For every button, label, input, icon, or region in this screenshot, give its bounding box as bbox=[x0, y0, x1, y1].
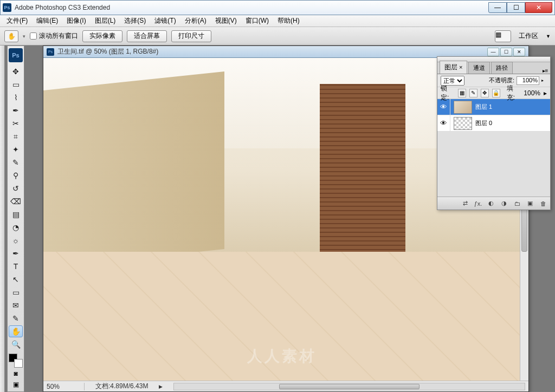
slice-tool[interactable]: ⌗ bbox=[9, 130, 23, 142]
document-info[interactable]: 文档:4.89M/6.43M bbox=[95, 382, 148, 391]
dodge-tool[interactable]: ☼ bbox=[9, 234, 23, 246]
notes-tool[interactable]: ✉ bbox=[9, 299, 23, 311]
hand-tool[interactable]: ✋ bbox=[9, 325, 23, 337]
tab-paths[interactable]: 路径 bbox=[491, 62, 513, 74]
layer-list: 👁 图层 1 👁 图层 0 bbox=[437, 99, 550, 197]
window-controls: — ☐ ✕ bbox=[488, 2, 552, 13]
menu-edit[interactable]: 编辑(E) bbox=[32, 15, 62, 27]
go-to-bridge-button[interactable]: ▦ bbox=[495, 30, 511, 42]
layers-panel: 图层 × 通道 路径 ▸≡ 正常 不透明度: 100% ▸ 锁定: ▦ ✎ ✥ … bbox=[437, 56, 551, 210]
menu-window[interactable]: 窗口(W) bbox=[241, 15, 273, 27]
move-tool[interactable]: ✥ bbox=[9, 66, 23, 77]
layer-group-icon[interactable]: 🗀 bbox=[512, 199, 522, 208]
quick-mask-toggle[interactable]: ◙ bbox=[9, 369, 23, 378]
workspace-label[interactable]: 工作区 bbox=[515, 31, 541, 41]
type-tool[interactable]: T bbox=[9, 260, 23, 272]
layer-thumbnail[interactable] bbox=[454, 117, 472, 130]
fit-screen-button[interactable]: 适合屏幕 bbox=[127, 30, 167, 42]
panel-menu-icon[interactable]: ▸≡ bbox=[540, 68, 550, 74]
visibility-toggle-icon[interactable]: 👁 bbox=[437, 99, 450, 115]
layer-item[interactable]: 👁 图层 1 bbox=[437, 99, 550, 115]
shape-tool[interactable]: ▭ bbox=[9, 286, 23, 298]
window-titlebar: Ps Adobe Photoshop CS3 Extended — ☐ ✕ bbox=[0, 0, 555, 15]
doc-maximize-button[interactable]: ☐ bbox=[500, 48, 512, 56]
lock-transparency-icon[interactable]: ▦ bbox=[458, 89, 466, 97]
blur-tool[interactable]: ◔ bbox=[9, 221, 23, 233]
pen-tool[interactable]: ✒ bbox=[9, 247, 23, 259]
window-title: Adobe Photoshop CS3 Extended bbox=[15, 4, 488, 11]
maximize-button[interactable]: ☐ bbox=[507, 2, 525, 13]
menu-select[interactable]: 选择(S) bbox=[120, 15, 150, 27]
document-title: 卫生间.tif @ 50% (图层 1, RGB/8#) bbox=[57, 47, 487, 56]
actual-pixels-button[interactable]: 实际像素 bbox=[82, 30, 122, 42]
toolbox-dock-strip[interactable] bbox=[0, 45, 5, 392]
layer-mask-icon[interactable]: ◐ bbox=[486, 199, 496, 208]
layer-name[interactable]: 图层 1 bbox=[475, 103, 492, 111]
print-size-button[interactable]: 打印尺寸 bbox=[171, 30, 211, 42]
zoom-tool[interactable]: 🔍 bbox=[9, 338, 23, 350]
menu-layer[interactable]: 图层(L) bbox=[91, 15, 120, 27]
scroll-all-windows-input[interactable] bbox=[30, 32, 37, 40]
marquee-tool[interactable]: ▭ bbox=[9, 79, 23, 90]
screen-mode-toggle[interactable]: ▣ bbox=[9, 380, 23, 389]
layers-panel-footer: ⇄ ƒx. ◐ ◑ 🗀 ▣ 🗑 bbox=[437, 197, 550, 210]
brush-tool[interactable]: ✎ bbox=[9, 156, 23, 168]
tab-channels[interactable]: 通道 bbox=[468, 62, 490, 74]
ps-logo-icon[interactable]: Ps bbox=[9, 48, 23, 62]
document-icon: Ps bbox=[47, 48, 54, 56]
zoom-level[interactable]: 50% bbox=[47, 383, 85, 390]
doc-close-button[interactable]: ✕ bbox=[513, 48, 525, 56]
menu-analysis[interactable]: 分析(A) bbox=[180, 15, 211, 27]
menu-view[interactable]: 视图(V) bbox=[211, 15, 241, 27]
lasso-tool[interactable]: ⌇ bbox=[9, 92, 23, 103]
menu-bar: 文件(F) 编辑(E) 图像(I) 图层(L) 选择(S) 滤镜(T) 分析(A… bbox=[0, 15, 555, 27]
crop-tool[interactable]: ✂ bbox=[9, 117, 23, 129]
healing-brush-tool[interactable]: ✦ bbox=[9, 143, 23, 155]
scroll-all-windows-checkbox[interactable]: 滚动所有窗口 bbox=[30, 31, 78, 41]
menu-help[interactable]: 帮助(H) bbox=[273, 15, 304, 27]
horizontal-scrollbar[interactable] bbox=[173, 383, 525, 390]
panel-tabs: 图层 × 通道 路径 ▸≡ bbox=[437, 62, 550, 74]
menu-file[interactable]: 文件(F) bbox=[2, 15, 32, 27]
hand-tool-icon[interactable]: ✋ bbox=[4, 30, 18, 42]
eraser-tool[interactable]: ⌫ bbox=[9, 195, 23, 207]
tab-layers[interactable]: 图层 × bbox=[440, 61, 467, 74]
lock-row: 锁定: ▦ ✎ ✥ 🔒 填充: 100% ▸ bbox=[437, 87, 550, 99]
link-layers-icon[interactable]: ⇄ bbox=[460, 199, 470, 208]
menu-filter[interactable]: 滤镜(T) bbox=[150, 15, 180, 27]
minimize-button[interactable]: — bbox=[488, 2, 507, 13]
eyedropper-tool[interactable]: ✎ bbox=[9, 312, 23, 324]
gradient-tool[interactable]: ▤ bbox=[9, 208, 23, 220]
opacity-spinner-icon[interactable]: ▸ bbox=[541, 78, 547, 83]
stamp-tool[interactable]: ⚲ bbox=[9, 169, 23, 181]
scroll-all-windows-label: 滚动所有窗口 bbox=[39, 31, 78, 41]
layer-thumbnail[interactable] bbox=[454, 101, 472, 114]
delete-layer-icon[interactable]: 🗑 bbox=[538, 199, 548, 208]
visibility-toggle-icon[interactable]: 👁 bbox=[437, 115, 450, 131]
background-color[interactable] bbox=[14, 359, 23, 368]
layer-name[interactable]: 图层 0 bbox=[475, 119, 492, 127]
color-swatches[interactable] bbox=[9, 354, 23, 368]
layer-item[interactable]: 👁 图层 0 bbox=[437, 115, 550, 132]
layer-style-icon[interactable]: ƒx. bbox=[473, 199, 483, 208]
horizontal-scroll-thumb[interactable] bbox=[279, 384, 420, 389]
new-layer-icon[interactable]: ▣ bbox=[525, 199, 535, 208]
doc-minimize-button[interactable]: — bbox=[487, 48, 499, 56]
menu-image[interactable]: 图像(I) bbox=[62, 15, 90, 27]
lock-position-icon[interactable]: ✥ bbox=[481, 89, 489, 97]
fill-label: 填充: bbox=[507, 84, 521, 102]
layer-list-empty-area[interactable] bbox=[437, 132, 550, 197]
history-brush-tool[interactable]: ↺ bbox=[9, 182, 23, 194]
lock-pixels-icon[interactable]: ✎ bbox=[469, 89, 477, 97]
path-select-tool[interactable]: ↖ bbox=[9, 273, 23, 285]
options-bar: ✋ ▾ 滚动所有窗口 实际像素 适合屏幕 打印尺寸 ▦ 工作区 ▼ bbox=[0, 27, 555, 45]
lock-all-icon[interactable]: 🔒 bbox=[492, 89, 500, 97]
app-icon: Ps bbox=[3, 3, 11, 12]
fill-input[interactable]: 100% bbox=[524, 89, 540, 97]
adjustment-layer-icon[interactable]: ◑ bbox=[499, 199, 509, 208]
close-button[interactable]: ✕ bbox=[525, 2, 552, 13]
quick-select-tool[interactable]: ✒ bbox=[9, 104, 23, 116]
document-statusbar: 50% 文档:4.89M/6.43M ▶ bbox=[43, 381, 528, 391]
fill-spinner-icon[interactable]: ▸ bbox=[544, 89, 547, 97]
workspace-dropdown-icon[interactable]: ▼ bbox=[546, 34, 551, 39]
